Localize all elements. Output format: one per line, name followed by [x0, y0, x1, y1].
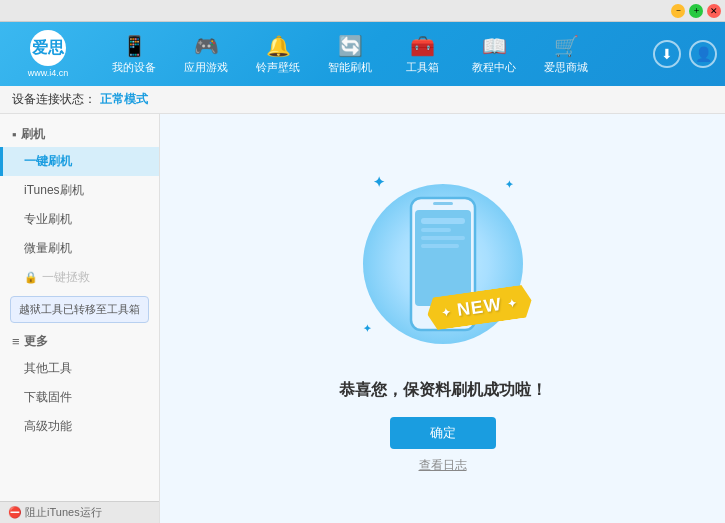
svg-rect-5	[421, 244, 459, 248]
nav-item-ringtones[interactable]: 🔔 铃声壁纸	[242, 26, 314, 83]
nav-label-toolbox: 工具箱	[406, 60, 439, 75]
sidebar-notice: 越狱工具已转移至工具箱	[10, 296, 149, 323]
sidebar-disabled-rescue: 🔒 一键拯救	[0, 263, 159, 292]
apps-nav-icon: 🎮	[194, 34, 219, 58]
svg-rect-4	[421, 236, 465, 240]
nav-label-apps-games: 应用游戏	[184, 60, 228, 75]
app-body: ▪ 刷机 一键刷机 iTunes刷机 专业刷机 微量刷机 🔒 一键拯救 越狱工具…	[0, 114, 725, 523]
smart-flash-nav-icon: 🔄	[338, 34, 363, 58]
sidebar-item-download-firmware[interactable]: 下载固件	[0, 383, 159, 412]
nav-item-toolbox[interactable]: 🧰 工具箱	[386, 26, 458, 83]
sidebar-item-itunes-flash[interactable]: iTunes刷机	[0, 176, 159, 205]
flash-section-icon: ▪	[12, 127, 17, 142]
sidebar-item-one-key-flash[interactable]: 一键刷机	[0, 147, 159, 176]
nav-items: 📱 我的设备 🎮 应用游戏 🔔 铃声壁纸 🔄 智能刷机 🧰 工具箱 📖 教程中心…	[98, 26, 653, 83]
status-value: 正常模式	[100, 91, 148, 108]
sidebar: ▪ 刷机 一键刷机 iTunes刷机 专业刷机 微量刷机 🔒 一键拯救 越狱工具…	[0, 114, 160, 523]
sidebar-item-other-tools[interactable]: 其他工具	[0, 354, 159, 383]
sparkle-1: ✦	[373, 174, 385, 190]
nav-item-my-device[interactable]: 📱 我的设备	[98, 26, 170, 83]
user-button[interactable]: 👤	[689, 40, 717, 68]
more-section-label: 更多	[24, 333, 48, 350]
sidebar-section-flash: ▪ 刷机	[0, 120, 159, 147]
nav-label-my-device: 我的设备	[112, 60, 156, 75]
mall-nav-icon: 🛒	[554, 34, 579, 58]
flash-section-label: 刷机	[21, 126, 45, 143]
sidebar-item-pro-flash[interactable]: 专业刷机	[0, 205, 159, 234]
tutorial-nav-icon: 📖	[482, 34, 507, 58]
logo-url: www.i4.cn	[28, 68, 69, 78]
ringtone-nav-icon: 🔔	[266, 34, 291, 58]
logo-area: 爱思 www.i4.cn	[8, 30, 88, 78]
sparkle-3: ✦	[363, 323, 371, 334]
title-bar: － ＋ ✕	[0, 0, 725, 22]
more-section-icon: ≡	[12, 334, 20, 349]
nav-label-mall: 爱思商城	[544, 60, 588, 75]
nav-item-smart-flash[interactable]: 🔄 智能刷机	[314, 26, 386, 83]
toolbox-nav-icon: 🧰	[410, 34, 435, 58]
maximize-button[interactable]: ＋	[689, 4, 703, 18]
main-content: ✦ ✦ ✦ ✦ NEW	[160, 114, 725, 523]
svg-rect-2	[421, 218, 465, 224]
close-button[interactable]: ✕	[707, 4, 721, 18]
download-button[interactable]: ⬇	[653, 40, 681, 68]
confirm-button[interactable]: 确定	[390, 417, 496, 449]
nav-item-mall[interactable]: 🛒 爱思商城	[530, 26, 602, 83]
lock-icon: 🔒	[24, 271, 38, 284]
itunes-bar[interactable]: ⛔ 阻止iTunes运行	[0, 501, 160, 523]
secondary-link[interactable]: 查看日志	[419, 457, 467, 474]
sidebar-section-more: ≡ 更多	[0, 327, 159, 354]
minimize-button[interactable]: －	[671, 4, 685, 18]
nav-right: ⬇ 👤	[653, 40, 717, 68]
nav-label-ringtones: 铃声壁纸	[256, 60, 300, 75]
new-ribbon: ✦ NEW ✦	[427, 291, 532, 324]
device-nav-icon: 📱	[122, 34, 147, 58]
new-badge: ✦ NEW ✦	[426, 283, 535, 330]
svg-rect-3	[421, 228, 451, 232]
sidebar-item-brush-flash[interactable]: 微量刷机	[0, 234, 159, 263]
logo-icon: 爱思	[30, 30, 66, 66]
status-bar: 设备连接状态： 正常模式	[0, 86, 725, 114]
status-label: 设备连接状态：	[12, 91, 96, 108]
nav-label-tutorial: 教程中心	[472, 60, 516, 75]
header: 爱思 www.i4.cn 📱 我的设备 🎮 应用游戏 🔔 铃声壁纸 🔄 智能刷机…	[0, 22, 725, 86]
nav-label-smart-flash: 智能刷机	[328, 60, 372, 75]
nav-item-apps-games[interactable]: 🎮 应用游戏	[170, 26, 242, 83]
phone-illustration: ✦ ✦ ✦ ✦ NEW	[343, 164, 543, 364]
sidebar-item-advanced[interactable]: 高级功能	[0, 412, 159, 441]
svg-rect-7	[433, 202, 453, 205]
nav-item-tutorial[interactable]: 📖 教程中心	[458, 26, 530, 83]
sparkle-2: ✦	[505, 179, 513, 190]
success-text: 恭喜您，保资料刷机成功啦！	[339, 380, 547, 401]
